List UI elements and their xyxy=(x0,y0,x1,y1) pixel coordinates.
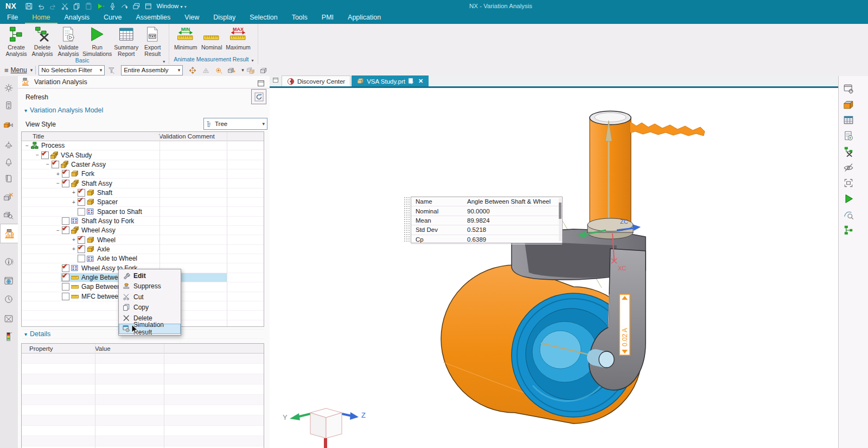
copy-icon[interactable] xyxy=(71,1,82,11)
delete-analysis-small-icon[interactable] xyxy=(841,144,856,159)
menu-display[interactable]: Display xyxy=(206,12,242,24)
save-icon[interactable] xyxy=(23,1,34,11)
context-cut[interactable]: Cut xyxy=(119,292,181,302)
column-value[interactable]: Value xyxy=(95,345,111,352)
details-section-header[interactable]: ▾Details xyxy=(24,330,50,338)
menu-assemblies[interactable]: Assemblies xyxy=(129,12,177,24)
tree-row-wheel-assy[interactable]: −✔Wheel Assy xyxy=(22,226,264,235)
info-icon[interactable] xyxy=(0,254,17,269)
show-constraints-icon[interactable] xyxy=(213,65,224,75)
context-edit[interactable]: Edit xyxy=(119,270,181,281)
tree-checkbox[interactable]: ✔ xyxy=(52,161,59,168)
ribbon-export-result-button[interactable]: TXTExportResult xyxy=(139,25,165,57)
web-browser-icon[interactable] xyxy=(0,273,17,288)
tree-checkbox[interactable] xyxy=(78,255,85,262)
tree-expander[interactable]: − xyxy=(54,180,62,186)
tree-expander[interactable]: + xyxy=(70,199,78,205)
menu-pmi[interactable]: PMI xyxy=(315,12,341,24)
tree-expander[interactable]: + xyxy=(54,171,62,177)
component-box-icon[interactable] xyxy=(841,97,856,111)
menu-tools[interactable]: Tools xyxy=(285,12,315,24)
menu-view[interactable]: View xyxy=(177,12,206,24)
assembly-search-icon[interactable] xyxy=(0,207,17,223)
scope-dropdown[interactable]: Entire Assembly▾ xyxy=(121,65,183,75)
play-small-icon[interactable] xyxy=(841,192,856,206)
toolbox-icon[interactable] xyxy=(0,311,17,326)
create-analysis-small-icon[interactable] xyxy=(841,223,856,237)
server-icon[interactable] xyxy=(0,98,17,113)
tree-row-axle[interactable]: +✔Axle xyxy=(22,245,264,254)
add-component-icon[interactable] xyxy=(226,65,237,75)
tree-checkbox[interactable] xyxy=(62,217,69,225)
menu-home[interactable]: Home xyxy=(25,12,57,24)
ribbon-maximum-button[interactable]: MAXMaximum xyxy=(225,25,252,51)
add-component-caret[interactable]: ▾ xyxy=(241,67,244,73)
group-dropdown-caret[interactable]: ▾ xyxy=(252,58,254,63)
ribbon-nominal-button[interactable]: Nominal xyxy=(199,25,225,51)
undock-icon[interactable] xyxy=(258,79,264,89)
tree-checkbox[interactable]: ✔ xyxy=(62,264,69,272)
window-icon[interactable] xyxy=(143,1,154,11)
tree-checkbox[interactable]: ✔ xyxy=(78,198,85,206)
menu-curve[interactable]: Curve xyxy=(97,12,129,24)
window-icon[interactable] xyxy=(273,75,278,85)
variation-analysis-icon[interactable] xyxy=(0,224,18,243)
context-copy[interactable]: Copy xyxy=(119,302,181,313)
tree-expander[interactable]: − xyxy=(34,152,41,158)
tree-row-vsa-study[interactable]: −✔VSA Study xyxy=(22,150,264,160)
tree-checkbox[interactable]: ✔ xyxy=(78,236,85,244)
tab-vsa-study-prt[interactable]: VSA Study.prt✕ xyxy=(352,75,429,86)
menu-analysis[interactable]: Analysis xyxy=(58,12,97,24)
clamp-icon[interactable] xyxy=(0,137,17,152)
tab-discovery-center[interactable]: Discovery Center xyxy=(282,75,350,86)
tree-checkbox[interactable]: ✔ xyxy=(41,152,49,159)
tree-row-spacer[interactable]: +✔Spacer xyxy=(22,198,264,207)
column-property[interactable]: Property xyxy=(22,345,95,352)
menu-file[interactable]: File xyxy=(0,12,25,24)
ribbon-summary-report-button[interactable]: SummaryReport xyxy=(113,25,139,57)
validate-document-icon[interactable] xyxy=(841,129,856,143)
context-simulation-result[interactable]: Simulation Result xyxy=(119,324,181,335)
tree-row-process[interactable]: −Process xyxy=(22,141,264,150)
tree-checkbox[interactable]: ✔ xyxy=(62,180,69,187)
gesture-icon[interactable] xyxy=(119,1,130,11)
ribbon-run-simulations-button[interactable]: RunSimulations xyxy=(81,25,113,57)
overlay-drag-handle[interactable] xyxy=(404,197,410,242)
assembly-constraints-icon[interactable] xyxy=(200,65,211,75)
menu-selection[interactable]: Selection xyxy=(242,12,284,24)
assembly-cut-icon[interactable] xyxy=(0,189,17,204)
tree-row-shaft[interactable]: +✔Shaft xyxy=(22,188,264,198)
ribbon-delete-analysis-button[interactable]: DeleteAnalysis xyxy=(29,25,55,57)
tree-expander[interactable]: + xyxy=(70,246,78,252)
history-clock-icon[interactable] xyxy=(0,292,17,307)
menu-application[interactable]: Application xyxy=(341,12,388,24)
ribbon-minimum-button[interactable]: MINMinimum xyxy=(173,25,199,51)
tree-row-caster-assy[interactable]: −✔Caster Assy xyxy=(22,160,264,169)
column-validation-comment[interactable]: Validation Comment xyxy=(159,133,215,140)
context-suppress[interactable]: Suppress xyxy=(119,281,181,292)
tree-checkbox[interactable] xyxy=(62,283,69,291)
tree-expander[interactable]: + xyxy=(70,190,78,195)
microphone-icon[interactable] xyxy=(107,1,118,11)
color-ramp-icon[interactable] xyxy=(0,329,17,344)
tree-checkbox[interactable] xyxy=(62,293,69,300)
fit-view-icon[interactable] xyxy=(841,176,856,190)
play-icon[interactable] xyxy=(95,1,106,11)
tree-expander[interactable]: − xyxy=(44,161,52,167)
sketch-find-icon[interactable] xyxy=(841,207,856,222)
tree-checkbox[interactable]: ✔ xyxy=(78,189,85,197)
refresh-button[interactable] xyxy=(251,89,266,104)
constraint-cube-icon[interactable] xyxy=(0,117,17,132)
tree-checkbox[interactable]: ✔ xyxy=(62,170,69,178)
undo-icon[interactable] xyxy=(35,1,46,11)
filter-icon[interactable] xyxy=(106,65,117,75)
ribbon-validate-analysis-button[interactable]: ValidateAnalysis xyxy=(55,25,81,57)
tree-row-wheel[interactable]: +✔Wheel xyxy=(22,235,264,244)
tree-checkbox[interactable]: ✔ xyxy=(62,226,69,234)
tree-checkbox[interactable]: ✔ xyxy=(62,274,69,281)
wave-link-icon[interactable] xyxy=(258,65,269,75)
move-component-icon[interactable] xyxy=(187,65,198,75)
tree-row-shaft-assy[interactable]: −✔Shaft Assy xyxy=(22,179,264,188)
tree-row-axle-to-wheel[interactable]: Axle to Wheel xyxy=(22,254,264,263)
tree-row-spacer-to-shaft[interactable]: Spacer to Shaft xyxy=(22,207,264,216)
